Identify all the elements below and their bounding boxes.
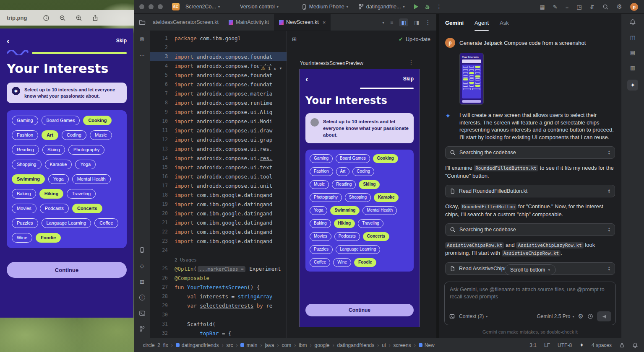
history-icon[interactable]: [587, 313, 593, 319]
gemini-input-box[interactable]: Ask Gemini, use @filename to attach sour…: [444, 282, 616, 325]
breadcrumb-item[interactable]: java: [265, 342, 282, 348]
breadcrumb-item[interactable]: screens: [394, 342, 419, 348]
screenshot-attachment-thumbnail[interactable]: Your Interests: [459, 53, 484, 105]
tab-list-chevron-icon[interactable]: ▾: [382, 20, 384, 25]
profiler-icon[interactable]: ◫: [630, 34, 635, 41]
share-icon[interactable]: [92, 15, 99, 21]
edit-configurations-icon[interactable]: ✎: [553, 4, 558, 10]
interest-chip[interactable]: Photography: [68, 145, 104, 155]
model-selector[interactable]: Gemini 2.5 Pro▾: [537, 313, 574, 319]
skip-button[interactable]: Skip: [403, 76, 414, 82]
code-line[interactable]: 8import androidx.compose.runtime: [150, 98, 287, 107]
gemini-tool-window-icon[interactable]: ✦: [627, 80, 638, 91]
notifications-bell-icon[interactable]: [629, 19, 636, 26]
settings-icon[interactable]: ⚙: [617, 3, 622, 10]
running-devices-icon[interactable]: ▦: [540, 4, 545, 10]
interest-chip[interactable]: Mental Health: [72, 174, 111, 184]
tab-ask[interactable]: Ask: [500, 20, 509, 31]
code-line[interactable]: 26@Composable: [150, 273, 287, 282]
editor-options-icon[interactable]: ⋮: [425, 19, 431, 26]
continue-button[interactable]: Continue: [7, 262, 127, 278]
code-line[interactable]: 2: [150, 43, 287, 52]
indent-setting[interactable]: 4 spaces: [592, 342, 612, 348]
editor-layout-icon[interactable]: ◨: [414, 19, 419, 26]
line-ending[interactable]: LF: [544, 342, 550, 348]
code-line[interactable]: 24: [150, 246, 287, 255]
code-line[interactable]: 23import com.ibm.google.datingand: [150, 236, 287, 246]
interest-chip[interactable]: Yoga: [310, 206, 327, 215]
tool-call-search-codebase-1[interactable]: Searching the codebase ▲▼: [445, 146, 615, 159]
device-manager-icon[interactable]: [139, 247, 145, 253]
code-line[interactable]: 16import androidx.compose.ui.tool: [150, 172, 287, 181]
interest-chip[interactable]: Concerts: [363, 232, 389, 241]
code-line[interactable]: 9import androidx.compose.ui.Alig: [150, 107, 287, 116]
problems-icon[interactable]: !: [139, 295, 145, 300]
preview-layout-icon[interactable]: ⊞: [292, 36, 297, 42]
gemini-chat[interactable]: p Generate Jetpack Compose code from a s…: [439, 31, 621, 280]
code-line[interactable]: 2 Usages: [150, 255, 287, 264]
close-tab-icon[interactable]: ×: [323, 19, 326, 26]
code-line[interactable]: 22import com.ibm.google.datingand: [150, 227, 287, 236]
interest-chip[interactable]: Fashion: [310, 167, 333, 176]
interest-chip[interactable]: Movies: [12, 204, 37, 213]
search-everywhere-icon[interactable]: [602, 4, 609, 10]
skip-button[interactable]: Skip: [116, 38, 127, 44]
close-window-icon[interactable]: [139, 4, 144, 9]
interest-chip[interactable]: Fashion: [12, 130, 38, 140]
interest-chip[interactable]: Photography: [310, 193, 342, 202]
zoom-in-icon[interactable]: [76, 15, 82, 21]
interest-chip[interactable]: Mental Health: [362, 206, 397, 215]
structure-icon[interactable]: ≡: [390, 19, 393, 25]
more-actions-icon[interactable]: ⋮: [436, 3, 443, 10]
code-line[interactable]: 7import androidx.compose.materia: [150, 89, 287, 98]
interest-chip[interactable]: Coffee: [310, 258, 330, 267]
interest-chip[interactable]: Yoga: [48, 174, 69, 184]
interest-chip[interactable]: Shopping: [12, 160, 42, 169]
device-selector[interactable]: Medium Phone▾: [301, 4, 348, 10]
code-line[interactable]: 14import androidx.compose.ui.res.: [150, 153, 287, 163]
interest-chip[interactable]: Art: [336, 167, 350, 176]
interest-chip[interactable]: Cooking: [373, 154, 398, 163]
resource-manager-icon[interactable]: ◇: [140, 263, 144, 269]
version-control-menu[interactable]: Version control▾: [240, 4, 279, 10]
interest-chip[interactable]: Wine: [333, 258, 351, 267]
code-line[interactable]: 10import androidx.compose.ui.Modi: [150, 116, 287, 126]
interest-chip[interactable]: Cooking: [83, 116, 112, 125]
interest-chip[interactable]: Skiing: [42, 145, 65, 155]
interest-chip[interactable]: Reading: [332, 180, 356, 189]
code-line[interactable]: 1package com.ibm.googl: [150, 34, 287, 43]
breadcrumb-item[interactable]: datingandfriends: [176, 342, 227, 348]
expand-collapse-icon[interactable]: ▲▼: [608, 266, 610, 271]
breadcrumb-item[interactable]: ibm: [299, 342, 314, 348]
interest-chip[interactable]: Movies: [310, 232, 331, 241]
lock-icon[interactable]: [619, 342, 625, 348]
interest-chip[interactable]: Board Games: [336, 154, 370, 163]
interest-chip[interactable]: Hiking: [334, 219, 355, 228]
tab-mainactivity[interactable]: MainActivity.kt: [224, 14, 274, 31]
interest-chip[interactable]: Music: [90, 130, 112, 140]
code-line[interactable]: 29 var selectedInterests by re: [150, 301, 287, 310]
interest-chip[interactable]: Podcasts: [334, 232, 360, 241]
project-selector[interactable]: Screen2Co...▾: [185, 4, 220, 10]
interest-chip[interactable]: Baking: [310, 219, 331, 228]
branch-selector[interactable]: datingandfrie...▾: [358, 4, 405, 10]
profile-avatar[interactable]: p: [630, 3, 638, 11]
caret-position[interactable]: 3:1: [529, 342, 537, 348]
preview-options-icon[interactable]: ⋮: [408, 59, 415, 65]
next-problem-icon[interactable]: ▼: [279, 67, 282, 70]
code-line[interactable]: 25@OptIn(...markerClass = Experiment: [150, 264, 287, 273]
expand-collapse-icon[interactable]: ▲▼: [608, 227, 610, 232]
code-line[interactable]: 21import com.ibm.google.datingand: [150, 218, 287, 227]
interest-chip[interactable]: Baking: [12, 189, 36, 199]
interest-chip[interactable]: Puzzles: [310, 245, 333, 254]
interest-chip[interactable]: Reading: [12, 145, 39, 155]
context-selector[interactable]: Context (2)▾: [459, 313, 488, 319]
code-line[interactable]: 3import androidx.compose.foundat: [150, 52, 287, 61]
interest-chip[interactable]: Coding: [62, 130, 86, 140]
split-editor-icon[interactable]: ◧: [399, 18, 408, 26]
interest-chip[interactable]: Art: [42, 130, 58, 140]
code-line[interactable]: 20import com.ibm.google.datingand: [150, 209, 287, 218]
logcat-icon[interactable]: ▥: [630, 65, 635, 71]
device-explorer-icon[interactable]: ▤: [630, 49, 635, 56]
interest-chip[interactable]: Podcasts: [40, 204, 69, 213]
